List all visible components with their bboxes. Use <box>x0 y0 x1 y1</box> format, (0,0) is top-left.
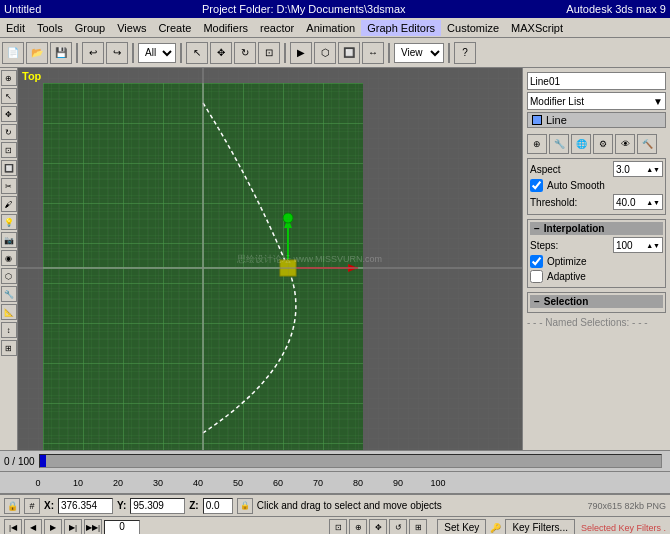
help-btn[interactable]: ? <box>454 42 476 64</box>
left-btn-14[interactable]: 📐 <box>1 304 17 320</box>
left-btn-11[interactable]: ◉ <box>1 250 17 266</box>
utilities-btn[interactable]: 🔨 <box>637 134 657 154</box>
key-mode-btn[interactable]: |◀ <box>4 519 22 535</box>
rotate-btn[interactable]: ↻ <box>234 42 256 64</box>
auto-smooth-checkbox[interactable] <box>530 179 543 192</box>
save-btn[interactable]: 💾 <box>50 42 72 64</box>
timeline-position-marker[interactable] <box>40 455 46 467</box>
redo-btn[interactable]: ↪ <box>106 42 128 64</box>
viewport-area[interactable]: Top <box>18 68 522 450</box>
left-btn-13[interactable]: 🔧 <box>1 286 17 302</box>
viewport-label: Top <box>22 70 41 82</box>
steps-value: 100 <box>616 240 633 251</box>
y-field[interactable]: 95.309 <box>130 498 185 514</box>
open-btn[interactable]: 📂 <box>26 42 48 64</box>
menu-animation[interactable]: Animation <box>300 20 361 36</box>
optimize-checkbox[interactable] <box>530 255 543 268</box>
ruler-tick-0: 0 <box>18 478 58 488</box>
pan-btn[interactable]: ✥ <box>369 519 387 535</box>
menu-group[interactable]: Group <box>69 20 112 36</box>
timeline-track[interactable] <box>39 454 662 468</box>
zoom-region-btn[interactable]: ⊕ <box>349 519 367 535</box>
display-btn[interactable]: 👁 <box>615 134 635 154</box>
menu-graph-editors[interactable]: Graph Editors <box>361 20 441 36</box>
x-field[interactable]: 376.354 <box>58 498 113 514</box>
render-btn[interactable]: ▶ <box>290 42 312 64</box>
snap-btn[interactable]: 🔲 <box>338 42 360 64</box>
interpolation-section: − Interpolation Steps: 100 ▲▼ Optimize A… <box>527 219 666 288</box>
move-btn[interactable]: ✥ <box>210 42 232 64</box>
undo-btn[interactable]: ↩ <box>82 42 104 64</box>
left-btn-15[interactable]: ↕ <box>1 322 17 338</box>
ruler-tick-40: 40 <box>178 478 218 488</box>
selection-header: − Selection <box>530 295 663 308</box>
arc-rotate-btn[interactable]: ↺ <box>389 519 407 535</box>
set-key-button[interactable]: Set Key <box>437 519 486 535</box>
menu-reactor[interactable]: reactor <box>254 20 300 36</box>
view-dropdown[interactable]: View <box>394 43 444 63</box>
next-frame-btn[interactable]: ▶| <box>64 519 82 535</box>
zoom-extents-btn[interactable]: ⊡ <box>329 519 347 535</box>
ruler-tick-60: 60 <box>258 478 298 488</box>
lock-icon[interactable]: 🔒 <box>4 498 20 514</box>
optimize-label: Optimize <box>547 256 586 267</box>
sep3 <box>180 43 182 63</box>
new-btn[interactable]: 📄 <box>2 42 24 64</box>
grid-snap-icon[interactable]: # <box>24 498 40 514</box>
left-btn-4[interactable]: ↻ <box>1 124 17 140</box>
left-btn-3[interactable]: ✥ <box>1 106 17 122</box>
scale-btn[interactable]: ⊡ <box>258 42 280 64</box>
mirror-btn[interactable]: ↔ <box>362 42 384 64</box>
named-selections-label: - - - Named Selections: - - - <box>523 315 670 330</box>
modify-btn[interactable]: 🔧 <box>549 134 569 154</box>
play-btn[interactable]: ▶ <box>44 519 62 535</box>
last-frame-btn[interactable]: ▶▶| <box>84 519 102 535</box>
menu-tools[interactable]: Tools <box>31 20 69 36</box>
modifier-list-dropdown[interactable]: Modifier List ▼ <box>527 92 666 110</box>
left-btn-10[interactable]: 📷 <box>1 232 17 248</box>
left-btn-5[interactable]: ⊡ <box>1 142 17 158</box>
material-btn[interactable]: ⬡ <box>314 42 336 64</box>
menu-create[interactable]: Create <box>152 20 197 36</box>
menu-maxscript[interactable]: MAXScript <box>505 20 569 36</box>
prev-frame-btn[interactable]: ◀ <box>24 519 42 535</box>
collapse-icon[interactable]: − <box>534 223 540 234</box>
left-btn-9[interactable]: 💡 <box>1 214 17 230</box>
left-btn-2[interactable]: ↖ <box>1 88 17 104</box>
threshold-label: Threshold: <box>530 197 613 208</box>
selection-filter[interactable]: All <box>138 43 176 63</box>
left-btn-7[interactable]: ✂ <box>1 178 17 194</box>
left-btn-6[interactable]: 🔲 <box>1 160 17 176</box>
steps-spinbox[interactable]: 100 ▲▼ <box>613 237 663 253</box>
lock-xyz-btn[interactable]: 🔒 <box>237 498 253 514</box>
timeline-area[interactable]: 0 / 100 <box>0 450 670 472</box>
sep2 <box>132 43 134 63</box>
adaptive-checkbox[interactable] <box>530 270 543 283</box>
auto-smooth-row: Auto Smooth <box>530 179 663 192</box>
aspect-spinbox[interactable]: 3.0 ▲▼ <box>613 161 663 177</box>
left-btn-8[interactable]: 🖌 <box>1 196 17 212</box>
threshold-spinbox[interactable]: 40.0 ▲▼ <box>613 194 663 210</box>
menu-customize[interactable]: Customize <box>441 20 505 36</box>
select-btn[interactable]: ↖ <box>186 42 208 64</box>
selection-collapse-icon[interactable]: − <box>534 296 540 307</box>
grid-area[interactable] <box>43 83 363 450</box>
frame-input[interactable]: 0 <box>104 520 140 535</box>
object-name-field[interactable]: Line01 <box>527 72 666 90</box>
motion-btn[interactable]: ⚙ <box>593 134 613 154</box>
line-item[interactable]: Line <box>527 112 666 128</box>
hierarchy-btn[interactable]: 🌐 <box>571 134 591 154</box>
menu-edit[interactable]: Edit <box>0 20 31 36</box>
menu-views[interactable]: Views <box>111 20 152 36</box>
left-btn-16[interactable]: ⊞ <box>1 340 17 356</box>
create-btn[interactable]: ⊕ <box>527 134 547 154</box>
key-filters-button[interactable]: Key Filters... <box>505 519 575 535</box>
z-field[interactable]: 0.0 <box>203 498 233 514</box>
ruler-tick-100: 100 <box>418 478 458 488</box>
left-btn-12[interactable]: ⬡ <box>1 268 17 284</box>
panel-header: Line01 Modifier List ▼ Line <box>523 68 670 132</box>
menu-modifiers[interactable]: Modifiers <box>197 20 254 36</box>
ruler-tick-50: 50 <box>218 478 258 488</box>
maximize-btn[interactable]: ⊞ <box>409 519 427 535</box>
left-btn-1[interactable]: ⊕ <box>1 70 17 86</box>
